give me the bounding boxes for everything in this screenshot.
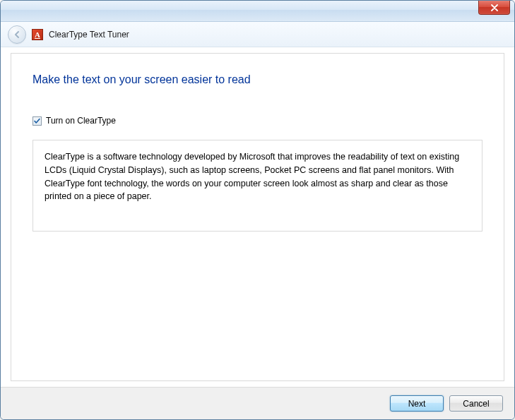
next-button[interactable]: Next: [390, 395, 444, 412]
footer-bar: Next Cancel: [1, 387, 514, 419]
cleartype-checkbox[interactable]: [32, 116, 42, 126]
content-panel: Make the text on your screen easier to r…: [11, 53, 504, 381]
description-box: ClearType is a software technology devel…: [32, 140, 483, 232]
header-bar: A ClearType Text Tuner: [1, 22, 514, 47]
back-arrow-icon: [12, 30, 22, 40]
window-title: ClearType Text Tuner: [49, 30, 129, 40]
cleartype-checkbox-row: Turn on ClearType: [32, 116, 483, 126]
cleartype-checkbox-label: Turn on ClearType: [46, 116, 116, 126]
cancel-button[interactable]: Cancel: [449, 395, 503, 412]
page-heading: Make the text on your screen easier to r…: [32, 73, 483, 86]
description-text: ClearType is a software technology devel…: [45, 152, 459, 201]
wizard-window: A ClearType Text Tuner Make the text on …: [0, 0, 515, 420]
app-icon-letter: A: [35, 30, 40, 39]
back-button[interactable]: [8, 25, 26, 44]
app-icon: A: [32, 29, 43, 40]
close-button[interactable]: [478, 1, 510, 15]
checkmark-icon: [33, 117, 41, 125]
close-icon: [490, 4, 499, 11]
titlebar: [1, 1, 514, 22]
